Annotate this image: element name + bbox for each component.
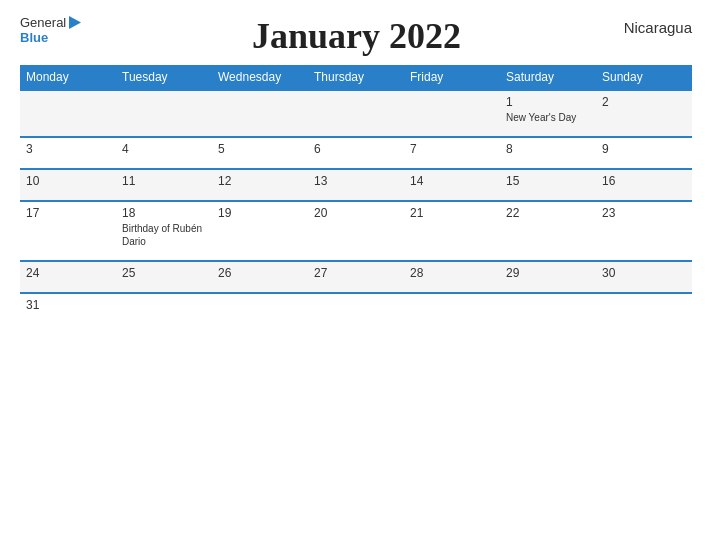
day-number: 26 [218, 266, 302, 280]
day-number: 16 [602, 174, 686, 188]
calendar-cell: 25 [116, 261, 212, 293]
calendar-cell: 12 [212, 169, 308, 201]
header-tuesday: Tuesday [116, 65, 212, 90]
day-number: 24 [26, 266, 110, 280]
day-number: 1 [506, 95, 590, 109]
calendar-cell [404, 90, 500, 137]
day-number: 14 [410, 174, 494, 188]
calendar-cell: 27 [308, 261, 404, 293]
day-number: 7 [410, 142, 494, 156]
day-number: 27 [314, 266, 398, 280]
day-number: 2 [602, 95, 686, 109]
calendar-week-row: 10111213141516 [20, 169, 692, 201]
day-number: 11 [122, 174, 206, 188]
calendar-cell: 28 [404, 261, 500, 293]
calendar-cell [116, 90, 212, 137]
day-number: 9 [602, 142, 686, 156]
calendar-cell: 9 [596, 137, 692, 169]
calendar-cell: 19 [212, 201, 308, 261]
day-number: 15 [506, 174, 590, 188]
calendar-cell: 2 [596, 90, 692, 137]
month-year-heading: January 2022 [89, 15, 623, 57]
day-number: 20 [314, 206, 398, 220]
calendar-cell [116, 293, 212, 324]
day-number: 8 [506, 142, 590, 156]
calendar-week-row: 3456789 [20, 137, 692, 169]
day-number: 25 [122, 266, 206, 280]
calendar-cell: 30 [596, 261, 692, 293]
day-number: 12 [218, 174, 302, 188]
calendar-cell [212, 293, 308, 324]
header-monday: Monday [20, 65, 116, 90]
day-event: New Year's Day [506, 111, 590, 124]
calendar-cell: 6 [308, 137, 404, 169]
day-number: 13 [314, 174, 398, 188]
calendar-cell [404, 293, 500, 324]
header-thursday: Thursday [308, 65, 404, 90]
calendar-week-row: 1718Birthday of Rubén Dario1920212223 [20, 201, 692, 261]
calendar-cell: 20 [308, 201, 404, 261]
calendar-cell [500, 293, 596, 324]
calendar-week-row: 31 [20, 293, 692, 324]
calendar-cell [308, 293, 404, 324]
weekday-header-row: Monday Tuesday Wednesday Thursday Friday… [20, 65, 692, 90]
calendar-cell: 5 [212, 137, 308, 169]
day-number: 4 [122, 142, 206, 156]
calendar-cell: 23 [596, 201, 692, 261]
calendar-cell: 17 [20, 201, 116, 261]
calendar-cell: 21 [404, 201, 500, 261]
calendar-body: 1New Year's Day2345678910111213141516171… [20, 90, 692, 324]
day-number: 31 [26, 298, 110, 312]
header-saturday: Saturday [500, 65, 596, 90]
calendar-cell: 3 [20, 137, 116, 169]
calendar-cell: 18Birthday of Rubén Dario [116, 201, 212, 261]
logo: General Blue [20, 15, 89, 45]
calendar-cell [20, 90, 116, 137]
calendar-cell [596, 293, 692, 324]
calendar-week-row: 24252627282930 [20, 261, 692, 293]
calendar-table: Monday Tuesday Wednesday Thursday Friday… [20, 65, 692, 324]
calendar-title: January 2022 [89, 15, 623, 57]
day-event: Birthday of Rubén Dario [122, 222, 206, 248]
calendar-cell: 29 [500, 261, 596, 293]
calendar-cell: 8 [500, 137, 596, 169]
country-label: Nicaragua [624, 15, 692, 36]
header: General Blue January 2022 Nicaragua [20, 15, 692, 57]
day-number: 3 [26, 142, 110, 156]
calendar-cell [212, 90, 308, 137]
day-number: 22 [506, 206, 590, 220]
calendar-cell: 24 [20, 261, 116, 293]
calendar-cell: 16 [596, 169, 692, 201]
calendar-cell: 14 [404, 169, 500, 201]
day-number: 29 [506, 266, 590, 280]
calendar-header: Monday Tuesday Wednesday Thursday Friday… [20, 65, 692, 90]
calendar-cell: 31 [20, 293, 116, 324]
calendar-cell: 13 [308, 169, 404, 201]
day-number: 21 [410, 206, 494, 220]
day-number: 5 [218, 142, 302, 156]
day-number: 19 [218, 206, 302, 220]
calendar-cell: 7 [404, 137, 500, 169]
logo-general-text: General [20, 15, 66, 30]
logo-blue-text: Blue [20, 30, 48, 45]
calendar-week-row: 1New Year's Day2 [20, 90, 692, 137]
day-number: 6 [314, 142, 398, 156]
header-friday: Friday [404, 65, 500, 90]
calendar-cell: 15 [500, 169, 596, 201]
header-wednesday: Wednesday [212, 65, 308, 90]
day-number: 10 [26, 174, 110, 188]
day-number: 30 [602, 266, 686, 280]
logo-flag-icon [69, 16, 89, 29]
day-number: 23 [602, 206, 686, 220]
calendar-cell: 4 [116, 137, 212, 169]
calendar-cell: 1New Year's Day [500, 90, 596, 137]
calendar-cell: 26 [212, 261, 308, 293]
calendar-cell: 10 [20, 169, 116, 201]
day-number: 18 [122, 206, 206, 220]
header-sunday: Sunday [596, 65, 692, 90]
day-number: 28 [410, 266, 494, 280]
calendar-cell [308, 90, 404, 137]
calendar-page: General Blue January 2022 Nicaragua Mond… [0, 0, 712, 550]
day-number: 17 [26, 206, 110, 220]
calendar-cell: 11 [116, 169, 212, 201]
